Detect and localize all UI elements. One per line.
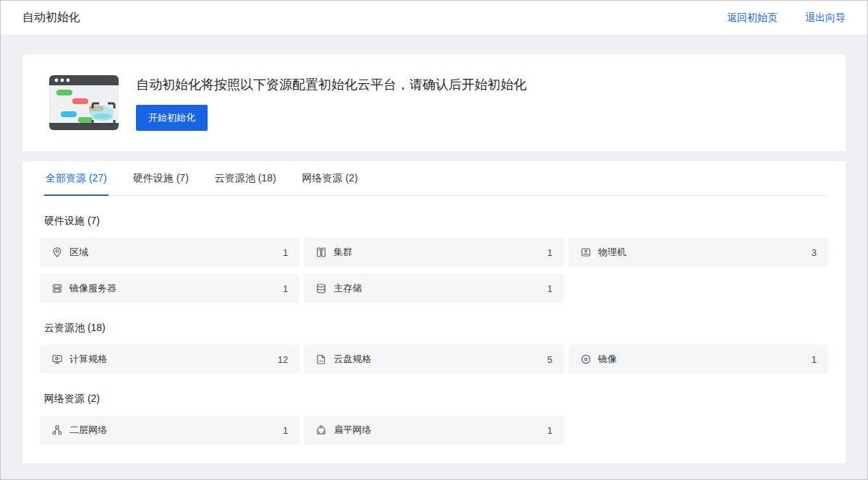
resources-card: 全部资源 (27)硬件设施 (7)云资源池 (18)网络资源 (2) 硬件设施 …: [22, 161, 846, 463]
tab-network-resources[interactable]: 网络资源 (2): [301, 161, 359, 196]
disk-offering-icon: [315, 353, 327, 365]
resource-count: 1: [812, 354, 817, 365]
resource-count: 12: [278, 354, 288, 365]
resource-item: 计算规格12: [40, 345, 299, 374]
resource-item: 区域1: [40, 238, 299, 267]
resource-label: 集群: [333, 246, 352, 259]
resource-count: 5: [547, 354, 552, 365]
app-window-scan-icon: [48, 71, 120, 134]
resource-item: 扁平网络1: [304, 416, 563, 445]
tabs: 全部资源 (27)硬件设施 (7)云资源池 (18)网络资源 (2): [40, 161, 828, 196]
tab-all-resources[interactable]: 全部资源 (27): [44, 161, 109, 196]
resource-count: 1: [547, 247, 552, 258]
resource-item: 云盘规格5: [304, 345, 563, 374]
resource-label: 二层网络: [69, 424, 107, 437]
section-cloud-resource-pool-grid: 计算规格12云盘规格5镜像1: [40, 345, 828, 374]
resource-label: 物理机: [598, 246, 626, 259]
instance-offering-icon: [51, 353, 63, 365]
cluster-icon: [315, 247, 327, 258]
resource-count: 1: [283, 425, 288, 436]
resource-count: 1: [547, 283, 552, 294]
image-server-icon: [51, 283, 63, 294]
section-cloud-resource-pool-title: 云资源池 (18): [44, 322, 824, 335]
resource-label: 镜像服务器: [69, 282, 116, 295]
resource-label: 扁平网络: [333, 424, 371, 437]
resource-label: 区域: [69, 246, 88, 259]
resource-label: 镜像: [598, 353, 617, 366]
banner-description: 自动初始化将按照以下资源配置初始化云平台，请确认后开始初始化: [136, 76, 527, 93]
back-to-start-link[interactable]: 返回初始页: [727, 12, 778, 25]
resource-label: 计算规格: [69, 353, 107, 366]
exit-wizard-link[interactable]: 退出向导: [805, 12, 846, 25]
banner-card: 自动初始化将按照以下资源配置初始化云平台，请确认后开始初始化 开始初始化: [22, 54, 846, 151]
resource-label: 云盘规格: [333, 353, 371, 366]
section-hardware-facilities-title: 硬件设施 (7): [44, 215, 824, 228]
resource-item: 集群1: [304, 238, 563, 267]
start-initialization-button[interactable]: 开始初始化: [136, 105, 208, 131]
resource-label: 主存储: [333, 282, 362, 295]
tab-cloud-resource-pool[interactable]: 云资源池 (18): [213, 161, 278, 196]
resource-item: 镜像服务器1: [40, 274, 299, 303]
host-icon: [580, 247, 592, 258]
top-bar-links: 返回初始页 退出向导: [727, 12, 846, 25]
resource-item: 镜像1: [569, 345, 828, 374]
page-title: 自动初始化: [22, 10, 80, 25]
top-bar: 自动初始化 返回初始页 退出向导: [1, 1, 867, 35]
image-icon: [580, 353, 592, 365]
section-hardware-facilities-grid: 区域1集群1物理机3镜像服务器1主存储1: [40, 238, 828, 303]
resource-item: 二层网络1: [40, 416, 299, 445]
resource-count: 1: [547, 425, 552, 436]
resource-count: 1: [283, 283, 288, 294]
flat-network-icon: [315, 424, 327, 436]
section-network-resources-title: 网络资源 (2): [44, 393, 824, 406]
resource-item: 主存储1: [304, 274, 563, 303]
l2-network-icon: [51, 424, 63, 436]
resource-item: 物理机3: [569, 238, 828, 267]
tab-hardware-facilities[interactable]: 硬件设施 (7): [132, 161, 190, 196]
resource-count: 1: [283, 247, 288, 258]
section-network-resources-grid: 二层网络1扁平网络1: [40, 416, 828, 445]
primary-storage-icon: [315, 283, 327, 294]
resource-count: 3: [812, 247, 817, 258]
sections: 硬件设施 (7)区域1集群1物理机3镜像服务器1主存储1云资源池 (18)计算规…: [40, 215, 828, 445]
zone-icon: [51, 247, 63, 258]
